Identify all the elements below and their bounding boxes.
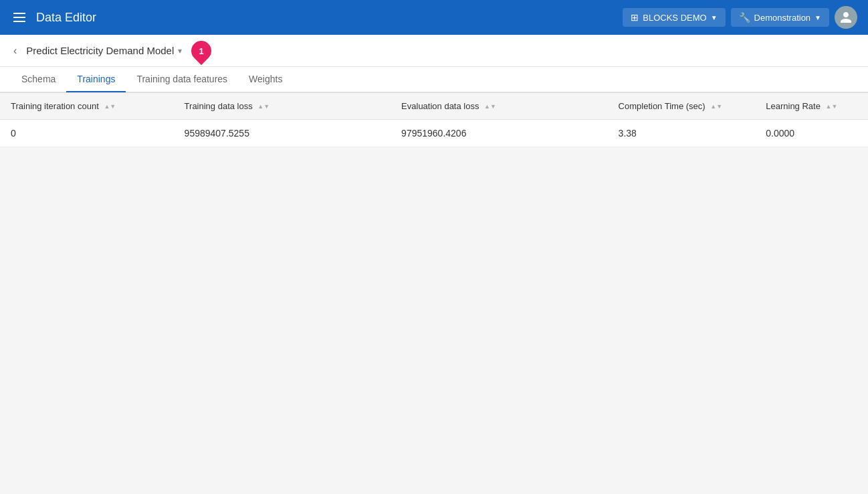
header-left: Data Editor	[11, 10, 96, 25]
breadcrumb-text: Predict Electricity Demand Model	[26, 45, 174, 56]
trainings-table: Training iteration count ▲▼ Training dat…	[0, 92, 868, 147]
col-header-learning-rate[interactable]: Learning Rate ▲▼	[755, 93, 868, 120]
subheader: ‹ Predict Electricity Demand Model ▾ 1	[0, 35, 868, 67]
header-right: ⊞ BLOCKS DEMO ▼ 🔧 Demonstration ▼	[623, 6, 857, 29]
cell-iteration_count: 0	[0, 120, 174, 147]
app-title: Data Editor	[36, 11, 96, 25]
back-button[interactable]: ‹	[11, 42, 19, 60]
breadcrumb-dropdown-icon[interactable]: ▾	[178, 46, 182, 56]
blocks-demo-label: BLOCKS DEMO	[643, 13, 706, 23]
tab-training-data-features[interactable]: Training data features	[126, 67, 238, 92]
col-header-training-loss[interactable]: Training data loss ▲▼	[174, 93, 391, 120]
breadcrumb-title: Predict Electricity Demand Model ▾	[26, 45, 182, 56]
sort-icon-iteration-count[interactable]: ▲▼	[104, 104, 116, 110]
tour-badge-number: 1	[199, 46, 204, 56]
tab-schema[interactable]: Schema	[11, 67, 66, 92]
tabs-nav: Schema Trainings Training data features …	[0, 67, 868, 92]
sort-icon-completion-time[interactable]: ▲▼	[710, 104, 722, 110]
blocks-demo-chevron-icon: ▼	[711, 14, 718, 21]
col-header-eval-loss[interactable]: Evaluation data loss ▲▼	[391, 93, 608, 120]
col-header-completion-time[interactable]: Completion Time (sec) ▲▼	[608, 93, 756, 120]
table-row: 095989407.525597951960.42063.380.0000	[0, 120, 868, 147]
back-arrow-icon: ‹	[13, 45, 17, 57]
blocks-demo-button[interactable]: ⊞ BLOCKS DEMO ▼	[623, 8, 725, 27]
trainings-table-container: Training iteration count ▲▼ Training dat…	[0, 92, 868, 147]
table-header-row: Training iteration count ▲▼ Training dat…	[0, 93, 868, 120]
tour-badge[interactable]: 1	[187, 36, 215, 64]
app-header: Data Editor ⊞ BLOCKS DEMO ▼ 🔧 Demonstrat…	[0, 0, 868, 35]
cell-completion_time: 3.38	[608, 120, 756, 147]
demonstration-chevron-icon: ▼	[815, 14, 821, 21]
tab-trainings[interactable]: Trainings	[66, 67, 126, 92]
wrench-icon: 🔧	[739, 12, 750, 23]
tab-weights[interactable]: Weights	[238, 67, 293, 92]
main-content: Training iteration count ▲▼ Training dat…	[0, 92, 868, 147]
col-header-iteration-count[interactable]: Training iteration count ▲▼	[0, 93, 174, 120]
grid-icon: ⊞	[631, 12, 639, 23]
hamburger-icon	[13, 13, 25, 22]
demonstration-button[interactable]: 🔧 Demonstration ▼	[731, 8, 829, 27]
cell-learning_rate: 0.0000	[755, 120, 868, 147]
sort-icon-eval-loss[interactable]: ▲▼	[484, 104, 496, 110]
user-avatar[interactable]	[835, 6, 857, 29]
cell-eval_loss: 97951960.4206	[391, 120, 608, 147]
hamburger-menu-button[interactable]	[11, 10, 28, 25]
cell-training_loss: 95989407.5255	[174, 120, 391, 147]
sort-icon-learning-rate[interactable]: ▲▼	[826, 104, 838, 110]
sort-icon-training-loss[interactable]: ▲▼	[257, 104, 269, 110]
avatar-icon	[839, 11, 853, 24]
demonstration-label: Demonstration	[754, 13, 811, 23]
